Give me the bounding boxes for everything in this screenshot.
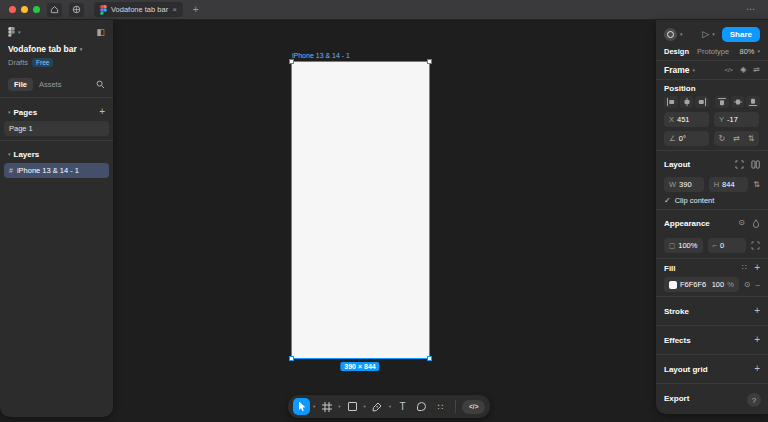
close-window-button[interactable] <box>9 6 16 13</box>
appearance-title: Appearance <box>664 219 710 228</box>
x-value: 451 <box>677 115 690 124</box>
home-button[interactable] <box>47 3 62 17</box>
design-frame[interactable] <box>292 62 429 358</box>
blend-droplet-icon[interactable] <box>752 214 760 232</box>
resize-handle-bottom-right[interactable] <box>427 356 432 361</box>
align-top-button[interactable] <box>715 96 729 108</box>
zoom-level: 80% <box>739 47 754 56</box>
add-stroke-button[interactable]: + <box>754 306 760 316</box>
tab-prototype[interactable]: Prototype <box>697 47 729 56</box>
dev-mode-icon: </> <box>469 403 478 410</box>
share-button[interactable]: Share <box>722 27 760 42</box>
resize-handle-bottom-left[interactable] <box>289 356 294 361</box>
component-icon[interactable]: ◈ <box>740 66 746 74</box>
tab-close-icon[interactable]: × <box>172 6 177 14</box>
new-tab-button[interactable]: + <box>193 5 199 15</box>
tab-assets[interactable]: Assets <box>39 80 62 89</box>
user-menu[interactable]: ▾ <box>664 28 683 41</box>
align-bottom-button[interactable] <box>746 96 760 108</box>
move-tool-chevron-icon[interactable]: ▾ <box>312 404 316 409</box>
constrain-proportions-icon[interactable]: ⇅ <box>753 181 760 189</box>
browser-tab[interactable]: Vodafone tab bar × <box>94 2 183 17</box>
frame-name-label[interactable]: iPhone 13 & 14 - 1 <box>292 52 350 59</box>
align-center-vertical-icon <box>733 97 743 107</box>
flip-vertical-button[interactable]: ⇅ <box>748 135 755 143</box>
independent-corners-button[interactable] <box>751 236 760 254</box>
toggle-sidebar-button[interactable]: ◧ <box>96 28 105 37</box>
resize-handle-top-right[interactable] <box>427 59 432 64</box>
pages-section-header[interactable]: ▾ Pages + <box>8 102 105 120</box>
width-label: W <box>669 180 676 189</box>
remove-fill-button[interactable]: – <box>756 281 760 289</box>
align-right-button[interactable] <box>695 96 709 108</box>
tab-file[interactable]: File <box>8 78 33 91</box>
main-menu-button[interactable]: ▾ <box>8 27 21 37</box>
export-section[interactable]: Export + <box>664 388 760 408</box>
rectangle-icon <box>348 402 357 411</box>
add-fill-button[interactable]: + <box>754 263 760 273</box>
comment-tool-button[interactable] <box>413 398 430 415</box>
add-effect-button[interactable]: + <box>754 335 760 345</box>
pen-tool-button[interactable] <box>369 398 386 415</box>
y-position-input[interactable]: Y -17 <box>714 112 759 127</box>
pen-tool-chevron-icon[interactable]: ▾ <box>388 404 392 409</box>
present-button[interactable]: ▷ ▾ <box>702 30 714 39</box>
resize-to-fit-button[interactable] <box>735 155 744 173</box>
rotate-button[interactable]: ↻ <box>718 135 725 143</box>
code-icon[interactable]: </> <box>724 67 733 73</box>
opacity-input[interactable]: ◻ 100% <box>664 238 703 253</box>
layout-grid-section[interactable]: Layout grid + <box>664 359 760 379</box>
corner-radius-input[interactable]: ⌐ 0 <box>708 238 747 253</box>
layers-section-header[interactable]: ▾ Layers <box>8 145 105 162</box>
fill-color-swatch[interactable] <box>669 281 677 289</box>
frame-tool-icon <box>322 402 332 412</box>
chevron-down-icon: ▾ <box>680 32 683 37</box>
resize-handle-top-left[interactable] <box>289 59 294 64</box>
width-input[interactable]: W 390 <box>664 177 704 192</box>
frame-type-dropdown[interactable]: Frame ▾ <box>664 65 695 75</box>
layer-item-label: iPhone 13 & 14 - 1 <box>17 166 79 175</box>
shape-tool-chevron-icon[interactable]: ▾ <box>363 404 367 409</box>
text-tool-button[interactable]: T <box>394 398 411 415</box>
height-input[interactable]: H 844 <box>709 177 749 192</box>
frame-tool-chevron-icon[interactable]: ▾ <box>337 404 341 409</box>
zoom-level-control[interactable]: 80% ▾ <box>739 47 760 56</box>
breadcrumb-drafts[interactable]: Drafts <box>8 58 28 67</box>
tab-design[interactable]: Design <box>664 47 689 56</box>
minimize-window-button[interactable] <box>21 6 28 13</box>
swap-instance-icon[interactable]: ⇌ <box>753 66 760 74</box>
add-page-button[interactable]: + <box>99 107 105 117</box>
search-button[interactable] <box>96 75 105 93</box>
frame-tool-button[interactable] <box>318 398 335 415</box>
file-name: Vodafone tab bar <box>8 44 77 54</box>
layers-title: Layers <box>14 150 40 159</box>
flip-horizontal-button[interactable]: ⇄ <box>733 135 740 143</box>
align-left-button[interactable] <box>664 96 678 108</box>
align-center-vertical-button[interactable] <box>731 96 745 108</box>
dev-mode-toggle[interactable]: </> <box>462 400 485 414</box>
figma-logo-icon <box>100 5 107 15</box>
rotation-input[interactable]: ∠ 0° <box>664 131 709 146</box>
zoom-window-button[interactable] <box>33 6 40 13</box>
window-more-button[interactable]: ⋯ <box>746 4 756 14</box>
shape-tool-button[interactable] <box>344 398 361 415</box>
x-position-input[interactable]: X 451 <box>664 112 709 127</box>
auto-layout-button[interactable] <box>751 155 760 173</box>
help-button[interactable]: ? <box>747 393 761 407</box>
page-item[interactable]: Page 1 <box>4 121 109 136</box>
move-tool-button[interactable] <box>293 398 310 415</box>
fill-percent-sign: % <box>727 280 734 289</box>
eye-icon[interactable]: ⊙ <box>738 219 745 227</box>
actions-button[interactable]: ∷ <box>432 398 449 415</box>
styles-icon[interactable]: ∷ <box>742 264 747 272</box>
layer-item-frame[interactable]: # iPhone 13 & 14 - 1 <box>4 163 109 178</box>
align-center-horizontal-button[interactable] <box>680 96 694 108</box>
fill-color-input[interactable]: F6F6F6 100 % <box>664 277 739 292</box>
file-name-menu[interactable]: Vodafone tab bar ▾ <box>8 44 105 54</box>
clip-content-checkbox[interactable]: ✓ Clip content <box>664 196 760 205</box>
add-layout-grid-button[interactable]: + <box>754 364 760 374</box>
explore-button[interactable] <box>69 3 84 17</box>
stroke-section[interactable]: Stroke + <box>664 301 760 321</box>
fill-visibility-eye-icon[interactable]: ⊙ <box>744 281 751 289</box>
effects-section[interactable]: Effects + <box>664 330 760 350</box>
